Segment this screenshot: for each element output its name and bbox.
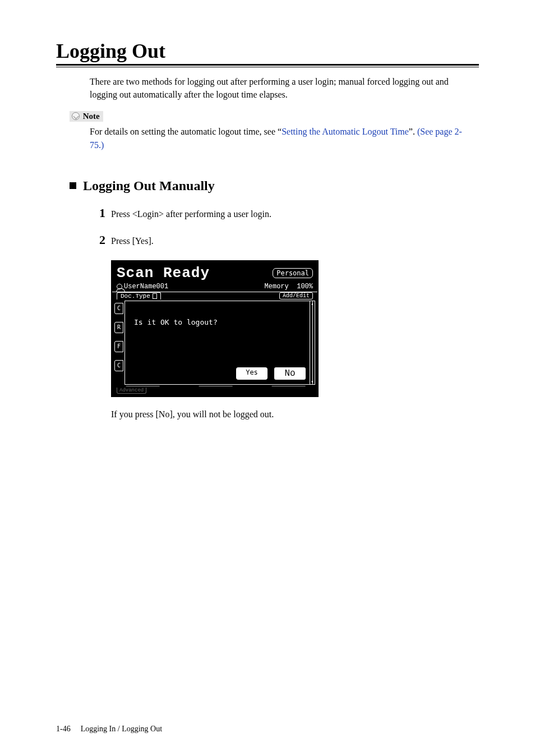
note-link-auto-logout[interactable]: Setting the Automatic Logout Time: [282, 127, 409, 136]
note-paragraph: For details on setting the automatic log…: [90, 125, 468, 151]
logout-dialog: Is it OK to logout? Yes No: [124, 301, 313, 385]
lcd-memory-label: Memory: [265, 283, 289, 291]
after-lcd-note: If you press [No], you will not be logge…: [111, 409, 479, 420]
lcd-scrollbar[interactable]: ▴ ▾: [310, 301, 315, 385]
decor-slash-1: [123, 386, 160, 391]
square-bullet-icon: [70, 182, 76, 189]
decor-slash-2: [196, 386, 233, 391]
user-icon: [117, 284, 122, 289]
lcd-footer-decor: [124, 386, 307, 391]
step-1-text: Press <Login> after performing a user lo…: [111, 208, 271, 220]
page-title: Logging Out: [56, 39, 479, 63]
no-button[interactable]: No: [274, 367, 306, 380]
note-icon: [72, 112, 80, 120]
lcd-main-area: C R F C Is it OK to logout? Yes No ▴ ▾: [114, 299, 315, 395]
note-body: For details on setting the automatic log…: [90, 125, 468, 151]
note-text-mid: ”.: [409, 127, 417, 136]
step-1: 1 Press <Login> after performing a user …: [90, 206, 479, 220]
lcd-status-title: Scan Ready: [117, 265, 210, 282]
footer-page-number: 1-46: [56, 725, 71, 734]
lcd-memory-value: 100%: [297, 283, 313, 291]
note-block: Note For details on setting the automati…: [56, 107, 479, 151]
lcd-panel: Scan Ready Personal UserName001 Memory 1…: [111, 260, 319, 397]
note-label: Note: [70, 111, 103, 122]
step-1-number: 1: [90, 206, 105, 220]
lcd-side-tabs: C R F C: [114, 303, 123, 371]
doc-type-tab[interactable]: Doc.Type: [117, 292, 161, 299]
scroll-down-icon[interactable]: ▾: [311, 379, 314, 384]
add-edit-tab[interactable]: Add/Edit: [279, 292, 313, 299]
personal-button[interactable]: Personal: [273, 268, 313, 278]
step-2-text: Press [Yes].: [111, 235, 154, 247]
logout-dialog-question: Is it OK to logout?: [134, 318, 306, 326]
lcd-user-left: UserName001: [117, 283, 168, 291]
yes-button[interactable]: Yes: [236, 367, 268, 380]
note-text-prefix: For details on setting the automatic log…: [90, 127, 282, 136]
subheading: Logging Out Manually: [83, 178, 215, 193]
page: Logging Out There are two methods for lo…: [0, 0, 535, 756]
footer-section: Logging In / Logging Out: [81, 725, 162, 734]
side-tab-c1[interactable]: C: [114, 303, 123, 314]
lcd-top-row: Scan Ready Personal: [112, 261, 317, 283]
lcd-memory: Memory 100%: [265, 283, 313, 291]
device-screen: Scan Ready Personal UserName001 Memory 1…: [111, 260, 479, 397]
scroll-up-icon[interactable]: ▴: [311, 301, 314, 306]
intro-paragraph: There are two methods for logging out af…: [90, 75, 468, 101]
side-tab-c2[interactable]: C: [114, 360, 123, 371]
doc-type-label: Doc.Type: [121, 293, 150, 299]
decor-slash-3: [269, 386, 306, 391]
step-2-number: 2: [90, 233, 105, 247]
page-footer: 1-46 Logging In / Logging Out: [56, 725, 162, 734]
side-tab-f[interactable]: F: [114, 341, 123, 352]
logout-dialog-buttons: Yes No: [134, 367, 306, 380]
step-2: 2 Press [Yes].: [90, 233, 479, 247]
subheading-row: Logging Out Manually: [70, 178, 479, 193]
lcd-user-line: UserName001 Memory 100%: [112, 283, 317, 292]
intro-block: There are two methods for logging out af…: [90, 75, 468, 101]
lcd-tab-row: Doc.Type Add/Edit: [112, 292, 317, 299]
note-label-text: Note: [83, 112, 100, 121]
side-tab-r[interactable]: R: [114, 322, 123, 333]
title-rule: [56, 64, 479, 67]
lcd-username: UserName001: [124, 283, 168, 291]
book-icon: [153, 293, 157, 299]
